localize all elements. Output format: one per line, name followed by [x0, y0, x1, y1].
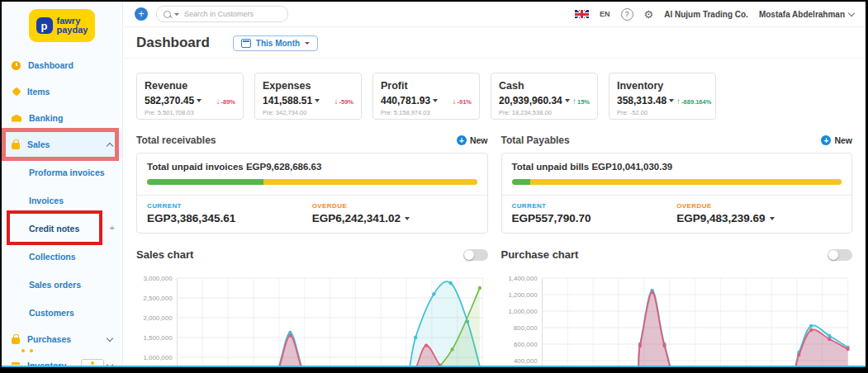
payables-panel: Total Payables New Total unpaid bills EG… — [501, 135, 853, 234]
user-menu[interactable]: Mostafa Abdelrahman — [759, 10, 854, 19]
dashboard-icon — [12, 61, 21, 70]
kpi-card-cash[interactable]: Cash 20,939,960.34 ↑ 15% Pre: 18,234,538… — [491, 73, 598, 120]
panel-label: Total Payables — [501, 135, 570, 146]
caret-down-icon[interactable] — [315, 99, 320, 102]
fawry-payday-logo[interactable]: fawry payday — [29, 9, 95, 42]
kpi-card-inventory[interactable]: Inventory 358,313.48 ↑ -689.164% Pre: -5… — [609, 73, 716, 120]
fawry-logo-icon — [36, 17, 53, 34]
svg-text:1,000,000: 1,000,000 — [508, 308, 538, 315]
shopping-bag-icon — [12, 338, 20, 344]
main-area: EN Al Nujum Trading Co. Mostafa Abdelrah… — [123, 2, 866, 367]
caret-down-icon[interactable] — [669, 99, 674, 102]
sidebar-item-label: Sales orders — [29, 280, 81, 290]
kpi-value: 20,939,960.34 — [499, 95, 562, 106]
overdue-amount[interactable]: EGP6,242,341.02 — [312, 212, 477, 224]
caret-down-icon[interactable] — [197, 99, 202, 102]
svg-text:800,000: 800,000 — [513, 324, 537, 332]
current-label: CURRENT — [147, 202, 312, 210]
kpi-value: 358,313.48 — [617, 95, 666, 106]
sales-chart-toggle[interactable] — [463, 249, 488, 261]
svg-text:600,000: 600,000 — [513, 341, 537, 348]
charts-row: Sales chart 3,000,0002,500,0002,000,0001… — [136, 248, 852, 367]
sidebar-item-label: Dashboard — [28, 60, 74, 70]
unpaid-total: Total unpaid bills EGP10,041,030.39 — [512, 162, 842, 172]
kpi-title: Cash — [499, 80, 590, 92]
trend-arrow-icon: ↑ — [676, 97, 681, 106]
overdue-label: OVERDUE — [676, 202, 842, 210]
sidebar-item-dashboard[interactable]: Dashboard — [2, 52, 122, 78]
window-chrome-line — [2, 366, 866, 367]
receivables-progress-bar — [147, 179, 477, 185]
kpi-previous-value: Pre: -52.00 — [617, 109, 708, 116]
language-label[interactable]: EN — [600, 10, 610, 18]
trend-arrow-icon: ↓ — [216, 97, 220, 106]
sidebar-item-sales-orders[interactable]: Sales orders — [2, 270, 122, 298]
progress-current — [512, 179, 530, 185]
sidebar-item-proforma-invoices[interactable]: Proforma invoices — [2, 158, 122, 186]
add-credit-note-button[interactable] — [110, 223, 115, 233]
purchase-chart-toggle[interactable] — [828, 249, 852, 261]
period-label: This Month — [256, 39, 300, 48]
kpi-previous-value: Pre: 5,158,974.03 — [381, 109, 472, 116]
kpi-card-revenue[interactable]: Revenue 582,370.45 ↓ -89% Pre: 5,501,708… — [136, 73, 244, 120]
svg-text:3,000,000: 3,000,000 — [143, 275, 173, 282]
search-icon — [164, 11, 171, 18]
sidebar-item-customers[interactable]: Customers — [2, 298, 122, 326]
help-icon[interactable] — [621, 8, 633, 21]
search-scope-caret-icon[interactable] — [174, 13, 179, 16]
user-name: Mostafa Abdelrahman — [759, 10, 845, 19]
plus-icon — [457, 135, 467, 145]
gear-icon[interactable] — [644, 9, 654, 20]
caret-down-icon — [770, 217, 775, 220]
quick-create-button[interactable] — [135, 7, 148, 21]
caret-down-icon — [305, 42, 310, 45]
receivables-card: Total unpaid invoices EGP9,628,686.63 CU… — [136, 153, 488, 234]
kpi-title: Revenue — [145, 80, 235, 92]
sidebar-item-label: Sales — [27, 139, 50, 149]
sidebar-item-banking[interactable]: Banking — [2, 105, 122, 131]
company-name[interactable]: Al Nujum Trading Co. — [664, 10, 748, 19]
search-field[interactable] — [183, 9, 281, 19]
kpi-previous-value: Pre: 18,234,538.00 — [499, 109, 590, 116]
topbar: EN Al Nujum Trading Co. Mostafa Abdelrah… — [123, 2, 866, 27]
new-bill-button[interactable]: New — [821, 135, 852, 145]
plus-icon — [821, 135, 831, 145]
svg-text:1,500,000: 1,500,000 — [143, 334, 173, 342]
sidebar-item-label: Items — [27, 87, 50, 97]
kpi-card-expenses[interactable]: Expenses 141,588.51 ↓ -59% Pre: 342,734.… — [254, 73, 362, 120]
overdue-label: OVERDUE — [312, 202, 477, 210]
sidebar-item-invoices[interactable]: Invoices — [2, 186, 122, 214]
chevron-up-icon — [107, 142, 113, 149]
sidebar-item-credit-notes[interactable]: Credit notes — [2, 214, 122, 242]
kpi-value: 582,370.45 — [145, 95, 194, 106]
unpaid-total: Total unpaid invoices EGP9,628,686.63 — [147, 162, 477, 172]
period-selector[interactable]: This Month — [233, 35, 318, 51]
chart-title: Purchase chart — [501, 248, 579, 261]
caret-down-icon[interactable] — [433, 99, 438, 102]
search-input[interactable] — [156, 6, 288, 22]
purchase-chart: 1,400,0001,200,0001,000,000800,000600,00… — [501, 270, 853, 367]
svg-text:2,500,000: 2,500,000 — [143, 295, 173, 302]
sidebar-item-sales[interactable]: Sales — [2, 131, 122, 158]
kpi-change: ↓ -91% — [452, 97, 472, 106]
purchase-chart-block: Purchase chart 1,400,0001,200,0001,000,0… — [501, 248, 853, 367]
overdue-amount[interactable]: EGP9,483,239.69 — [676, 212, 842, 224]
payables-progress-bar — [512, 179, 842, 185]
sidebar-item-label: Credit notes — [29, 224, 79, 234]
sidebar-item-items[interactable]: Items — [2, 78, 122, 105]
svg-text:1,400,000: 1,400,000 — [508, 275, 538, 282]
sidebar-item-purchases[interactable]: Purchases — [2, 326, 122, 352]
clipped-sidebar-icon — [21, 349, 25, 352]
kpi-card-profit[interactable]: Profit 440,781.93 ↓ -91% Pre: 5,158,974.… — [372, 73, 480, 120]
kpi-title: Profit — [381, 80, 472, 92]
kpi-value: 141,588.51 — [263, 95, 312, 106]
app-window: fawry payday Dashboard Items Banking Sal… — [2, 2, 866, 367]
kpi-previous-value: Pre: 5,501,708.03 — [145, 109, 235, 116]
kpi-value: 440,781.93 — [381, 95, 430, 106]
sales-chart-block: Sales chart 3,000,0002,500,0002,000,0001… — [136, 248, 488, 367]
new-invoice-button[interactable]: New — [457, 135, 488, 145]
sidebar-item-collections[interactable]: Collections — [2, 242, 122, 270]
caret-down-icon[interactable] — [565, 99, 570, 102]
bank-icon — [12, 115, 21, 122]
sidebar-item-label: Banking — [29, 113, 63, 123]
